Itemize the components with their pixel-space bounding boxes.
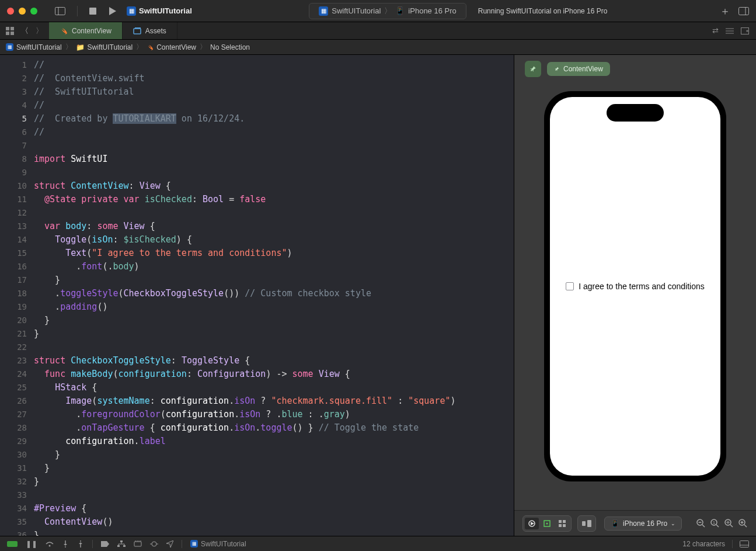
zoom-window-button[interactable]	[30, 8, 37, 15]
location-icon[interactable]	[166, 540, 173, 547]
preview-canvas[interactable]: I agree to the terms and conditions	[514, 83, 756, 510]
svg-point-21	[546, 522, 548, 524]
svg-rect-27	[587, 520, 591, 527]
svg-marker-65	[166, 540, 173, 547]
svg-line-39	[744, 525, 747, 527]
tab-assets[interactable]: Assets	[123, 22, 177, 39]
status-text: Running SwiftUITutorial on iPhone 16 Pro	[478, 7, 608, 15]
preview-label: ContentView	[563, 65, 603, 73]
title-bar: ▦ SwiftUITutorial ▦ SwiftUITutorial 〉 📱 …	[0, 0, 756, 22]
close-window-button[interactable]	[7, 8, 14, 15]
pause-icon[interactable]: ❚❚	[26, 540, 37, 548]
svg-rect-2	[89, 8, 96, 15]
preview-panel: ContentView I agree to the terms and con…	[514, 55, 756, 536]
hierarchy-icon[interactable]	[117, 540, 126, 547]
bottom-panel-toggle-icon[interactable]	[740, 540, 749, 547]
step-into-icon[interactable]	[62, 540, 69, 547]
breakpoint-icon[interactable]	[101, 541, 109, 547]
swift-icon	[147, 44, 154, 51]
iphone-frame: I agree to the terms and conditions	[544, 91, 726, 481]
preview-pill[interactable]: ContentView	[547, 62, 610, 76]
svg-point-62	[152, 542, 156, 546]
checkbox-icon[interactable]	[566, 282, 574, 290]
memory-icon[interactable]	[134, 540, 142, 547]
variants-button[interactable]	[577, 515, 596, 532]
svg-rect-6	[6, 27, 9, 30]
folder-icon: 📁	[76, 43, 85, 51]
svg-point-48	[80, 540, 81, 542]
svg-rect-0	[55, 7, 65, 15]
scheme-selector[interactable]: ▦ SwiftUITutorial	[122, 4, 197, 18]
step-out-icon[interactable]	[77, 540, 84, 547]
code-editor[interactable]: 1234567891011121314151617181920212223242…	[0, 55, 514, 536]
selectable-preview-button[interactable]	[540, 518, 554, 529]
sync-icon[interactable]: ⇄	[712, 26, 719, 35]
tab-contentview[interactable]: ContentView	[49, 22, 123, 39]
tab-bar: 〈 〉 ContentView Assets ⇄	[0, 22, 756, 40]
app-icon: ▦	[6, 43, 13, 51]
svg-rect-25	[563, 524, 566, 527]
scheme-device: iPhone 16 Pro	[408, 6, 456, 15]
activity-indicator[interactable]	[7, 541, 18, 547]
svg-rect-7	[11, 27, 14, 30]
checkbox-label: I agree to the terms and conditions	[579, 282, 705, 291]
preview-toolbar: 📱 iPhone 16 Pro ⌄ 1	[514, 510, 756, 536]
assets-icon	[133, 27, 141, 35]
svg-point-45	[65, 546, 66, 547]
app-icon: ▦	[319, 6, 328, 16]
stop-button[interactable]	[89, 8, 96, 15]
svg-marker-44	[64, 544, 67, 546]
scheme-target: SwiftUITutorial	[332, 6, 381, 15]
chevron-right-icon: 〉	[200, 42, 207, 52]
tab-label: ContentView	[72, 27, 112, 35]
svg-text:1: 1	[713, 520, 715, 524]
code-content[interactable]: //// ContentView.swift// SwiftUITutorial…	[34, 55, 514, 536]
svg-marker-47	[79, 542, 82, 544]
breadcrumb-item[interactable]: ContentView	[147, 43, 196, 51]
swift-icon	[60, 27, 68, 35]
svg-marker-3	[109, 7, 116, 15]
scheme-target-pill[interactable]: ▦ SwiftUITutorial 〉 📱 iPhone 16 Pro	[309, 3, 466, 19]
add-button[interactable]: ＋	[720, 4, 730, 18]
char-count: 12 characters	[682, 540, 725, 548]
svg-rect-51	[117, 545, 120, 547]
back-button[interactable]: 〈	[21, 26, 29, 36]
zoom-fit-button[interactable]: 1	[710, 519, 720, 528]
device-selector[interactable]: 📱 iPhone 16 Pro ⌄	[604, 517, 682, 531]
svg-rect-10	[134, 29, 141, 34]
run-button[interactable]	[108, 7, 116, 15]
svg-line-35	[730, 525, 733, 527]
breadcrumb-item[interactable]: ▦ SwiftUITutorial	[6, 43, 62, 51]
main-area: 1234567891011121314151617181920212223242…	[0, 55, 756, 536]
breadcrumb-item[interactable]: 📁 SwiftUITutorial	[76, 43, 133, 51]
svg-rect-50	[120, 540, 123, 542]
left-panel-toggle-icon[interactable]	[55, 7, 65, 15]
environment-icon[interactable]	[150, 540, 158, 547]
tab-label: Assets	[145, 27, 166, 35]
zoom-out-button[interactable]	[696, 519, 706, 528]
library-icon[interactable]	[738, 7, 749, 15]
dynamic-island	[607, 104, 664, 122]
minimize-window-button[interactable]	[19, 8, 26, 15]
zoom-actual-button[interactable]	[724, 519, 734, 528]
iphone-screen[interactable]: I agree to the terms and conditions	[550, 97, 720, 476]
line-gutter: 1234567891011121314151617181920212223242…	[0, 55, 34, 536]
related-items-icon[interactable]	[6, 27, 14, 35]
step-over-icon[interactable]	[46, 540, 54, 547]
forward-button[interactable]: 〉	[36, 26, 43, 36]
adjust-editor-icon[interactable]	[726, 27, 734, 34]
window-controls	[7, 8, 37, 15]
svg-rect-22	[559, 520, 562, 523]
live-preview-button[interactable]	[525, 518, 539, 529]
svg-rect-9	[11, 32, 14, 35]
pin-button[interactable]	[525, 61, 541, 77]
svg-line-32	[716, 525, 719, 527]
app-content: I agree to the terms and conditions	[566, 282, 705, 291]
svg-rect-23	[563, 520, 566, 523]
bottom-target[interactable]: ▦ SwiftUITutorial	[190, 540, 246, 548]
breadcrumb-item[interactable]: No Selection	[210, 43, 250, 51]
zoom-in-button[interactable]	[738, 519, 748, 528]
grid-preview-button[interactable]	[555, 518, 569, 529]
app-icon: ▦	[190, 540, 198, 547]
add-editor-icon[interactable]	[741, 27, 749, 34]
